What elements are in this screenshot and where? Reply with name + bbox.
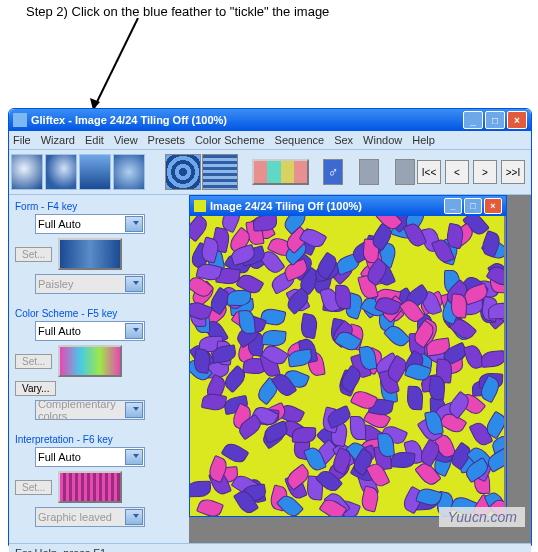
title-bar[interactable]: Gliftex - Image 24/24 Tiling Off (100%) …	[9, 109, 531, 131]
maximize-button[interactable]: □	[485, 111, 505, 129]
doc-title: Image 24/24 Tiling Off (100%)	[210, 200, 362, 212]
color-combo-disabled: Complementary colors	[35, 400, 145, 420]
menu-wizard[interactable]: Wizard	[41, 134, 75, 146]
menu-help[interactable]: Help	[412, 134, 435, 146]
color-combo[interactable]: Full Auto	[35, 321, 145, 341]
menu-edit[interactable]: Edit	[85, 134, 104, 146]
interp-preview	[58, 471, 122, 503]
swatch-2[interactable]	[202, 154, 238, 190]
gray-button-1[interactable]	[359, 159, 379, 185]
form-preview	[58, 238, 122, 270]
palette-well[interactable]	[252, 159, 309, 185]
color-panel: Color Scheme - F5 key Full Auto Set... V…	[15, 308, 183, 420]
status-bar: For Help, press F1	[9, 543, 531, 552]
window-title: Gliftex - Image 24/24 Tiling Off (100%)	[31, 114, 227, 126]
menu-file[interactable]: File	[13, 134, 31, 146]
canvas-area: Image 24/24 Tiling Off (100%) _ □ ×	[189, 195, 531, 543]
sidebar: Form - F4 key Full Auto Set... Paisley C…	[9, 195, 189, 543]
color-set-button[interactable]: Set...	[15, 354, 52, 369]
annotation-text: Step 2) Click on the blue feather to "ti…	[26, 4, 329, 19]
nav-first[interactable]: I<<	[417, 160, 441, 184]
vary-button[interactable]: Vary...	[15, 381, 56, 396]
nav-last[interactable]: >>I	[501, 160, 525, 184]
toolbar: ♂ I<< < > >>I	[9, 149, 531, 195]
tool-button-1[interactable]	[11, 154, 43, 190]
canvas-image[interactable]	[190, 216, 504, 516]
annotation-arrow	[48, 18, 148, 118]
menu-sequence[interactable]: Sequence	[275, 134, 325, 146]
form-combo-disabled: Paisley	[35, 274, 145, 294]
menu-window[interactable]: Window	[363, 134, 402, 146]
form-panel: Form - F4 key Full Auto Set... Paisley	[15, 201, 183, 294]
svg-line-0	[93, 18, 138, 110]
menu-presets[interactable]: Presets	[148, 134, 185, 146]
form-set-button[interactable]: Set...	[15, 247, 52, 262]
nav-next[interactable]: >	[473, 160, 497, 184]
minimize-button[interactable]: _	[463, 111, 483, 129]
interp-label: Interpretation - F6 key	[15, 434, 183, 445]
gray-button-2[interactable]	[395, 159, 415, 185]
doc-title-bar[interactable]: Image 24/24 Tiling Off (100%) _ □ ×	[190, 196, 506, 216]
tool-button-4[interactable]	[113, 154, 145, 190]
watermark: Yuucn.com	[439, 507, 525, 527]
menu-bar: File Wizard Edit View Presets Color Sche…	[9, 131, 531, 149]
swatch-1[interactable]	[165, 154, 201, 190]
form-combo[interactable]: Full Auto	[35, 214, 145, 234]
close-button[interactable]: ×	[507, 111, 527, 129]
color-preview	[58, 345, 122, 377]
status-text: For Help, press F1	[15, 547, 106, 552]
menu-sex[interactable]: Sex	[334, 134, 353, 146]
male-icon[interactable]: ♂	[323, 159, 343, 185]
feather-button[interactable]	[45, 154, 77, 190]
app-icon	[13, 113, 27, 127]
nav-prev[interactable]: <	[445, 160, 469, 184]
interp-set-button[interactable]: Set...	[15, 480, 52, 495]
form-label: Form - F4 key	[15, 201, 183, 212]
doc-icon	[194, 200, 206, 212]
interp-combo[interactable]: Full Auto	[35, 447, 145, 467]
menu-view[interactable]: View	[114, 134, 138, 146]
doc-maximize[interactable]: □	[464, 198, 482, 214]
menu-color-scheme[interactable]: Color Scheme	[195, 134, 265, 146]
interp-panel: Interpretation - F6 key Full Auto Set...…	[15, 434, 183, 527]
doc-close[interactable]: ×	[484, 198, 502, 214]
color-label: Color Scheme - F5 key	[15, 308, 183, 319]
document-window[interactable]: Image 24/24 Tiling Off (100%) _ □ ×	[189, 195, 507, 517]
tool-button-3[interactable]	[79, 154, 111, 190]
app-window: Gliftex - Image 24/24 Tiling Off (100%) …	[8, 108, 532, 546]
doc-minimize[interactable]: _	[444, 198, 462, 214]
interp-combo-disabled: Graphic leaved	[35, 507, 145, 527]
